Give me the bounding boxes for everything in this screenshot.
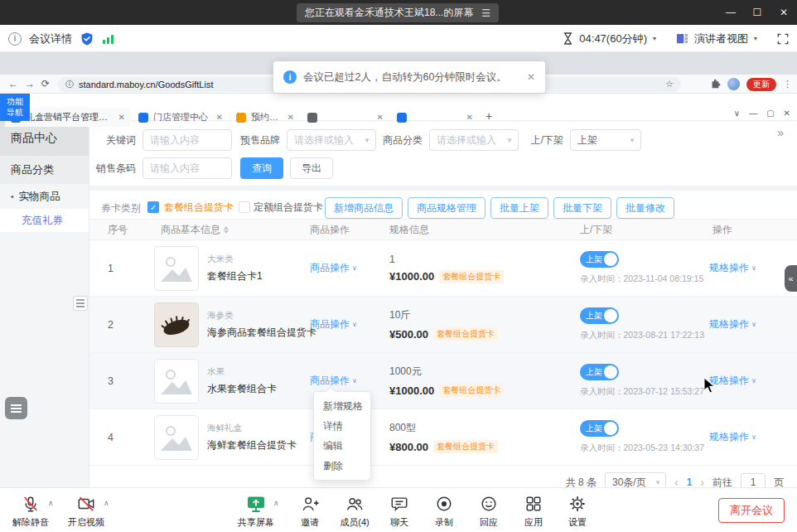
browser-menu-icon[interactable]: ⋮ — [783, 79, 793, 89]
sidebar-item-physical-goods[interactable]: • 实物商品 — [0, 184, 89, 209]
checkbox-unchecked[interactable] — [239, 201, 250, 213]
reactions-button[interactable]: 回应 — [466, 494, 512, 529]
tool-label: 成员(4) — [340, 516, 369, 529]
tab-close-icon[interactable]: ✕ — [287, 113, 294, 122]
browser-update-button[interactable]: 更新 — [746, 78, 776, 91]
keyword-input[interactable] — [142, 129, 232, 151]
spec-operation-link[interactable]: 规格操作∨ — [706, 317, 797, 331]
browser-tab[interactable]: 预约成功 ✕ — [230, 108, 300, 127]
network-signal-icon[interactable] — [102, 33, 115, 45]
spec-operation-link[interactable]: 规格操作∨ — [706, 430, 797, 444]
record-button[interactable]: 录制 — [421, 494, 467, 529]
browser-minimize-icon[interactable]: — — [749, 109, 757, 118]
settings-button[interactable]: 设置 — [554, 494, 601, 529]
product-operation-link[interactable]: 商品操作∨ — [303, 374, 383, 388]
tab-close-icon[interactable]: ✕ — [118, 113, 125, 122]
add-product-button[interactable]: 新增商品信息 — [325, 197, 403, 219]
bulk-on-shelf-button[interactable]: 批量上架 — [490, 197, 548, 219]
barcode-input[interactable] — [142, 157, 232, 179]
chevron-down-icon: ∨ — [352, 377, 357, 384]
info-icon[interactable]: i — [8, 32, 22, 46]
toggle-knob — [604, 365, 617, 379]
sidebar-item-vouchers[interactable]: 充值礼券 — [0, 209, 89, 232]
browser-tab[interactable]: 门店管理中心 ✕ — [133, 108, 229, 127]
site-info-icon[interactable] — [65, 80, 74, 89]
hamburger-menu-icon[interactable]: ☰ — [481, 7, 490, 19]
unmute-button[interactable]: 解除静音 — [7, 494, 54, 529]
share-screen-button[interactable]: 共享屏幕 — [233, 494, 279, 529]
reload-icon[interactable]: ⟳ — [41, 78, 50, 89]
chevron-down-icon[interactable]: ▾ — [754, 35, 757, 42]
card-type-option-2[interactable]: 定额组合提货卡 — [254, 201, 323, 214]
browser-profile-avatar[interactable] — [727, 78, 740, 90]
shelf-toggle[interactable]: 上架 — [580, 307, 619, 324]
view-mode-label[interactable]: 演讲者视图 — [694, 31, 748, 46]
browser-tab[interactable]: ✕ — [391, 108, 479, 127]
tab-favicon — [397, 113, 407, 123]
menu-item-delete[interactable]: 删除 — [314, 456, 370, 476]
sidebar-item-categories[interactable]: 商品分类 — [0, 156, 89, 184]
chat-button[interactable]: 聊天 — [376, 494, 423, 529]
expand-chevron-icon[interactable]: ∧ — [104, 499, 109, 507]
bulk-off-shelf-button[interactable]: 批量下架 — [553, 197, 611, 219]
apps-button[interactable]: 应用 — [510, 494, 557, 529]
current-page[interactable]: 1 — [687, 476, 693, 488]
bookmark-star-icon[interactable]: ☆ — [665, 79, 674, 89]
menu-item-details[interactable]: 详情 — [314, 416, 370, 436]
category-select[interactable]: 请选择或输入 ▼ — [429, 129, 519, 151]
browser-close-icon[interactable]: ✕ — [784, 109, 790, 118]
start-video-button[interactable]: 开启视频 — [63, 494, 109, 529]
shelf-toggle[interactable]: 上架 — [580, 364, 619, 380]
shelf-toggle[interactable]: 上架 — [580, 251, 619, 268]
meeting-timer[interactable]: 04:47(60分钟) — [579, 31, 647, 46]
maximize-button[interactable]: ☐ — [744, 0, 770, 25]
sh elf-select[interactable]: 上架 ▼ — [570, 129, 641, 151]
drag-handle-icon[interactable] — [73, 296, 88, 311]
spec-operation-link[interactable]: 规格操作∨ — [706, 261, 797, 275]
collapse-panel-handle[interactable]: « — [785, 265, 797, 292]
security-shield-icon[interactable] — [80, 31, 94, 46]
brand-select[interactable]: 请选择或输入 ▼ — [287, 129, 376, 151]
fullscreen-icon[interactable] — [777, 33, 789, 45]
leave-meeting-button[interactable]: 离开会议 — [718, 498, 785, 523]
members-button[interactable]: 成员(4) — [331, 494, 378, 529]
function-nav-tab[interactable]: 功能导航 — [0, 94, 30, 121]
menu-item-add-spec[interactable]: 新增规格 — [314, 396, 370, 416]
bulk-edit-button[interactable]: 批量修改 — [616, 197, 674, 219]
close-icon[interactable]: ✕ — [527, 71, 535, 83]
search-button[interactable]: 查询 — [240, 157, 283, 179]
back-icon[interactable]: ← — [8, 78, 18, 89]
meeting-details-label[interactable]: 会议详情 — [29, 31, 72, 46]
bulk-actions: 新增商品信息 商品规格管理 批量上架 批量下架 批量修改 — [325, 197, 674, 219]
meeting-floating-widget[interactable] — [5, 397, 27, 419]
spec-manage-button[interactable]: 商品规格管理 — [408, 197, 485, 219]
select-placeholder: 请选择或输入 — [437, 133, 496, 148]
tab-search-icon[interactable]: ∨ — [734, 109, 740, 118]
expand-chevron-icon[interactable]: ∧ — [48, 499, 54, 507]
checkbox-checked[interactable]: ✓ — [147, 201, 159, 213]
meeting-toolbar-bottom: 解除静音 ∧ 开启视频 ∧ 共享屏幕 ∧ 邀请 成员(4) 聊天 — [0, 487, 797, 532]
tab-close-icon[interactable]: ✕ — [216, 113, 223, 122]
product-operation-link[interactable]: 商品操作∨ — [303, 261, 383, 275]
chevron-down-icon[interactable]: ▾ — [653, 35, 656, 42]
close-button[interactable]: ✕ — [770, 0, 797, 25]
export-button[interactable]: 导出 — [290, 157, 333, 179]
forward-icon[interactable]: → — [25, 78, 35, 89]
sort-icon[interactable] — [224, 226, 229, 234]
extensions-puzzle-icon[interactable] — [710, 79, 721, 89]
product-operation-link[interactable]: 商品操作∨ — [303, 317, 383, 331]
expand-chevron-icon[interactable]: ∧ — [273, 499, 279, 507]
col-actions: 操作 — [706, 223, 797, 237]
new-tab-button[interactable]: + — [485, 109, 492, 123]
browser-tab[interactable]: ✕ — [302, 108, 389, 127]
card-type-option-1[interactable]: 套餐组合提货卡 — [164, 201, 234, 214]
collapse-filters-icon[interactable]: » — [777, 126, 782, 139]
invite-button[interactable]: 邀请 — [287, 494, 333, 529]
tab-close-icon[interactable]: ✕ — [377, 113, 384, 122]
shelf-toggle[interactable]: 上架 — [580, 420, 619, 437]
tab-close-icon[interactable]: ✕ — [466, 113, 473, 122]
minimize-button[interactable]: — — [717, 0, 744, 25]
browser-maximize-icon[interactable]: ▢ — [766, 109, 774, 118]
menu-item-edit[interactable]: 编辑 — [314, 436, 370, 456]
spec-operation-link[interactable]: 规格操作∨ — [706, 374, 797, 388]
